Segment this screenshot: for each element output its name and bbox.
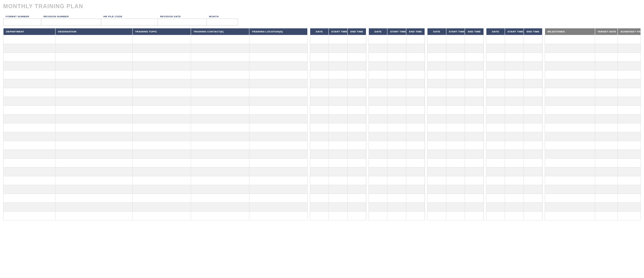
cell-end-time[interactable] xyxy=(406,71,425,79)
cell-start-time[interactable] xyxy=(387,44,406,53)
cell-end-time[interactable] xyxy=(347,203,366,212)
cell-target-date[interactable] xyxy=(595,106,618,115)
cell-end-time[interactable] xyxy=(465,62,484,71)
cell-end-time[interactable] xyxy=(406,203,425,212)
cell-achieved[interactable] xyxy=(618,62,641,71)
cell-department[interactable] xyxy=(3,150,55,159)
cell-date[interactable] xyxy=(310,212,328,220)
cell-start-time[interactable] xyxy=(505,79,524,88)
cell-milestones[interactable] xyxy=(545,132,595,141)
cell-end-time[interactable] xyxy=(347,79,366,88)
cell-designation[interactable] xyxy=(55,203,132,212)
cell-start-time[interactable] xyxy=(387,79,406,88)
cell-end-time[interactable] xyxy=(524,35,542,44)
cell-end-time[interactable] xyxy=(347,53,366,62)
cell-date[interactable] xyxy=(368,62,387,71)
cell-end-time[interactable] xyxy=(347,212,366,220)
cell-end-time[interactable] xyxy=(465,212,484,220)
cell-training-contacts[interactable] xyxy=(191,150,249,159)
cell-training-topic[interactable] xyxy=(132,212,191,220)
cell-designation[interactable] xyxy=(55,62,132,71)
cell-end-time[interactable] xyxy=(406,141,425,150)
cell-start-time[interactable] xyxy=(446,62,465,71)
cell-end-time[interactable] xyxy=(465,185,484,194)
cell-start-time[interactable] xyxy=(446,123,465,132)
cell-date[interactable] xyxy=(310,106,328,115)
cell-start-time[interactable] xyxy=(329,35,347,44)
cell-date[interactable] xyxy=(368,176,387,185)
cell-training-contacts[interactable] xyxy=(191,185,249,194)
cell-date[interactable] xyxy=(486,194,505,203)
cell-start-time[interactable] xyxy=(446,97,465,106)
cell-end-time[interactable] xyxy=(406,159,425,167)
cell-start-time[interactable] xyxy=(329,150,347,159)
cell-end-time[interactable] xyxy=(347,176,366,185)
cell-training-locations[interactable] xyxy=(249,185,307,194)
cell-date[interactable] xyxy=(486,53,505,62)
cell-date[interactable] xyxy=(368,167,387,176)
cell-designation[interactable] xyxy=(55,185,132,194)
cell-training-topic[interactable] xyxy=(132,71,191,79)
cell-date[interactable] xyxy=(486,185,505,194)
cell-end-time[interactable] xyxy=(347,167,366,176)
cell-department[interactable] xyxy=(3,79,55,88)
cell-end-time[interactable] xyxy=(406,194,425,203)
cell-training-locations[interactable] xyxy=(249,97,307,106)
cell-end-time[interactable] xyxy=(524,123,542,132)
cell-training-contacts[interactable] xyxy=(191,176,249,185)
cell-department[interactable] xyxy=(3,141,55,150)
cell-training-locations[interactable] xyxy=(249,35,307,44)
cell-date[interactable] xyxy=(310,53,328,62)
cell-training-contacts[interactable] xyxy=(191,88,249,97)
cell-achieved[interactable] xyxy=(618,176,641,185)
cell-end-time[interactable] xyxy=(524,88,542,97)
cell-training-contacts[interactable] xyxy=(191,35,249,44)
cell-start-time[interactable] xyxy=(505,106,524,115)
cell-date[interactable] xyxy=(427,159,446,167)
cell-milestones[interactable] xyxy=(545,97,595,106)
cell-end-time[interactable] xyxy=(347,44,366,53)
cell-start-time[interactable] xyxy=(329,212,347,220)
cell-start-time[interactable] xyxy=(505,53,524,62)
hr-file-code-input[interactable] xyxy=(101,19,158,26)
cell-date[interactable] xyxy=(368,35,387,44)
cell-start-time[interactable] xyxy=(387,106,406,115)
cell-end-time[interactable] xyxy=(465,106,484,115)
cell-training-contacts[interactable] xyxy=(191,203,249,212)
cell-start-time[interactable] xyxy=(446,53,465,62)
cell-training-contacts[interactable] xyxy=(191,79,249,88)
cell-date[interactable] xyxy=(368,79,387,88)
cell-start-time[interactable] xyxy=(329,62,347,71)
cell-training-locations[interactable] xyxy=(249,44,307,53)
cell-milestones[interactable] xyxy=(545,167,595,176)
cell-milestones[interactable] xyxy=(545,141,595,150)
cell-end-time[interactable] xyxy=(347,35,366,44)
cell-start-time[interactable] xyxy=(446,185,465,194)
cell-start-time[interactable] xyxy=(387,176,406,185)
cell-start-time[interactable] xyxy=(505,115,524,123)
cell-start-time[interactable] xyxy=(446,167,465,176)
cell-achieved[interactable] xyxy=(618,97,641,106)
cell-date[interactable] xyxy=(427,185,446,194)
cell-training-locations[interactable] xyxy=(249,194,307,203)
cell-department[interactable] xyxy=(3,185,55,194)
cell-department[interactable] xyxy=(3,53,55,62)
cell-target-date[interactable] xyxy=(595,159,618,167)
cell-date[interactable] xyxy=(368,71,387,79)
cell-date[interactable] xyxy=(486,176,505,185)
cell-end-time[interactable] xyxy=(524,71,542,79)
cell-department[interactable] xyxy=(3,194,55,203)
revision-number-input[interactable] xyxy=(41,19,101,26)
cell-designation[interactable] xyxy=(55,150,132,159)
cell-start-time[interactable] xyxy=(329,79,347,88)
cell-date[interactable] xyxy=(427,106,446,115)
cell-end-time[interactable] xyxy=(347,132,366,141)
cell-training-topic[interactable] xyxy=(132,176,191,185)
cell-end-time[interactable] xyxy=(465,115,484,123)
cell-start-time[interactable] xyxy=(329,176,347,185)
cell-training-locations[interactable] xyxy=(249,115,307,123)
cell-training-locations[interactable] xyxy=(249,88,307,97)
cell-department[interactable] xyxy=(3,35,55,44)
cell-end-time[interactable] xyxy=(524,141,542,150)
cell-training-contacts[interactable] xyxy=(191,97,249,106)
